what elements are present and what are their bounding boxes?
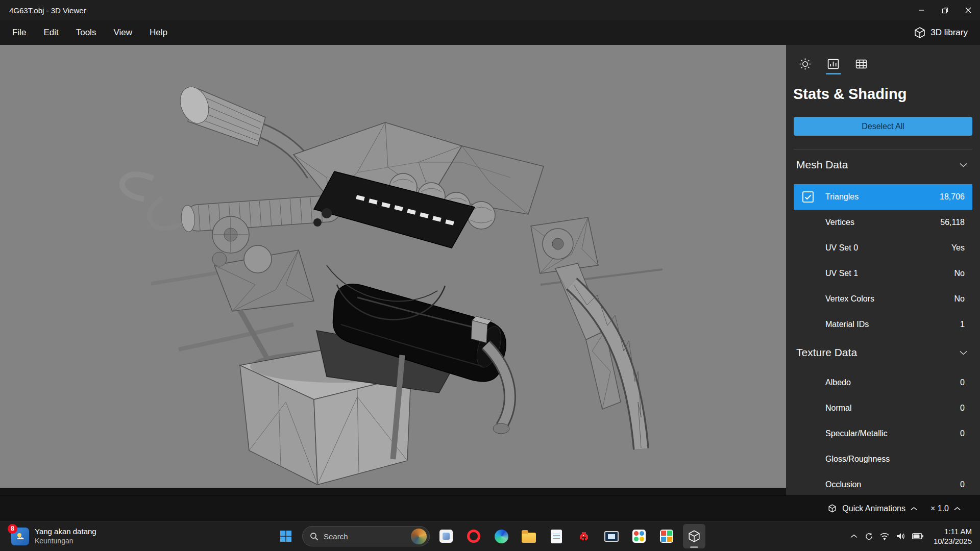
tab-lighting[interactable] — [791, 53, 819, 74]
taskbar-app-media[interactable] — [628, 524, 650, 548]
tab-stats-shading[interactable] — [819, 53, 847, 74]
row-value: No — [954, 269, 965, 278]
taskbar-app-game[interactable] — [573, 524, 595, 548]
taskbar-app-opera[interactable] — [462, 524, 485, 548]
grid-icon — [855, 58, 868, 70]
sync-icon — [865, 532, 873, 541]
title-bar: 4G63T.obj - 3D Viewer — [0, 0, 980, 20]
row-albedo[interactable]: Albedo 0 — [794, 370, 972, 395]
row-specular-metallic[interactable]: Specular/Metallic 0 — [794, 421, 972, 446]
search-icon — [310, 532, 318, 541]
row-triangles[interactable]: Triangles 18,706 — [794, 184, 972, 210]
tab-grid[interactable] — [847, 53, 875, 74]
file-explorer-icon — [522, 533, 536, 543]
row-value: 1 — [960, 320, 965, 329]
row-label: Vertices — [825, 218, 854, 227]
deselect-all-button[interactable]: Deselect All — [794, 117, 972, 136]
taskbar-app-photos[interactable] — [435, 524, 457, 548]
taskbar-app-monitor[interactable] — [600, 524, 623, 548]
window-title: 4G63T.obj - 3D Viewer — [9, 6, 86, 15]
row-value: 0 — [960, 378, 965, 387]
row-vertices[interactable]: Vertices 56,118 — [794, 210, 972, 235]
clock-date: 10/23/2025 — [934, 536, 972, 546]
row-label: Specular/Metallic — [825, 429, 888, 438]
row-occlusion[interactable]: Occlusion 0 — [794, 472, 972, 495]
row-uv-set-0[interactable]: UV Set 0 Yes — [794, 235, 972, 261]
windows-logo-icon — [280, 531, 291, 542]
row-material-ids[interactable]: Material IDs 1 — [794, 312, 972, 337]
mesh-data-header[interactable]: Mesh Data — [786, 152, 980, 178]
menu-help[interactable]: Help — [141, 20, 176, 45]
panel-divider — [794, 149, 972, 149]
notepad-icon — [551, 530, 562, 543]
taskbar-app-blocks[interactable] — [655, 524, 678, 548]
close-button[interactable] — [957, 0, 980, 20]
row-vertex-colors[interactable]: Vertex Colors No — [794, 286, 972, 312]
row-label: Triangles — [825, 192, 859, 202]
restore-button[interactable] — [933, 0, 957, 20]
chevron-down-icon — [960, 163, 967, 167]
taskbar: 8 Yang akan datang Keuntungan Search — [0, 521, 980, 551]
taskbar-app-edge[interactable] — [490, 524, 512, 548]
tray-volume-button[interactable] — [896, 532, 906, 540]
minimize-icon — [918, 7, 924, 13]
quick-animations-control[interactable]: Quick Animations — [827, 504, 917, 513]
search-label: Search — [324, 532, 348, 541]
taskbar-app-file-explorer[interactable] — [518, 524, 540, 548]
row-label: Albedo — [825, 378, 851, 387]
taskbar-app-notepad[interactable] — [545, 524, 568, 548]
active-app-indicator — [690, 546, 698, 548]
minimize-button[interactable] — [910, 0, 933, 20]
taskbar-app-3d-viewer[interactable] — [683, 524, 705, 548]
row-gloss-roughness[interactable]: Gloss/Roughness — [794, 446, 972, 472]
row-normal[interactable]: Normal 0 — [794, 395, 972, 421]
edge-icon — [495, 530, 508, 543]
menu-bar: File Edit Tools View Help 3D library — [0, 20, 980, 45]
row-label: Normal — [825, 404, 852, 413]
stats-icon — [827, 58, 840, 70]
sun-icon — [799, 58, 812, 70]
3d-viewport[interactable] — [0, 45, 786, 488]
row-value: No — [954, 294, 965, 304]
taskbar-clock[interactable]: 1:11 AM 10/23/2025 — [934, 527, 972, 546]
tray-battery-button[interactable] — [912, 533, 923, 539]
panel-title: Stats & Shading — [793, 86, 980, 103]
engine-model[interactable] — [0, 45, 786, 488]
color-blocks-icon — [660, 530, 673, 543]
row-value: 0 — [960, 404, 965, 413]
row-value: 0 — [960, 429, 965, 438]
tray-network-button[interactable] — [879, 532, 890, 540]
menu-edit[interactable]: Edit — [35, 20, 67, 45]
tray-sync-button[interactable] — [865, 532, 873, 541]
chevron-up-icon — [911, 507, 917, 511]
playback-speed-control[interactable]: × 1.0 — [930, 504, 961, 513]
search-highlight-thumbnail[interactable] — [411, 529, 427, 544]
start-button[interactable] — [275, 524, 297, 548]
content-area: Stats & Shading Deselect All Mesh Data T… — [0, 45, 980, 495]
menu-tools[interactable]: Tools — [67, 20, 105, 45]
active-tab-underline — [826, 73, 841, 74]
tray-chevron-button[interactable] — [850, 534, 857, 538]
row-value: 18,706 — [940, 192, 965, 202]
speed-label: × 1.0 — [930, 504, 949, 513]
mesh-data-rows: Triangles 18,706 Vertices 56,118 UV Set … — [786, 184, 980, 337]
notification-badge: 8 — [8, 524, 17, 534]
menu-file[interactable]: File — [0, 20, 35, 45]
search-box[interactable]: Search — [302, 526, 430, 546]
row-uv-set-1[interactable]: UV Set 1 No — [794, 261, 972, 286]
widgets-button[interactable]: 8 Yang akan datang Keuntungan — [7, 521, 101, 551]
row-label: Vertex Colors — [825, 294, 874, 304]
texture-data-rows: Albedo 0 Normal 0 Specular/Metallic 0 Gl… — [786, 370, 980, 495]
triangles-checkbox[interactable] — [802, 191, 814, 203]
row-label: Occlusion — [825, 480, 861, 489]
texture-data-header[interactable]: Texture Data — [786, 339, 980, 366]
check-icon — [804, 194, 812, 200]
media-icon — [632, 530, 646, 543]
cube-icon — [914, 27, 926, 39]
row-label: UV Set 1 — [825, 269, 858, 278]
photos-icon — [439, 530, 453, 543]
chevron-down-icon — [960, 350, 967, 355]
3d-library-button[interactable]: 3D library — [901, 20, 980, 45]
menu-view[interactable]: View — [105, 20, 141, 45]
mesh-data-label: Mesh Data — [796, 159, 848, 171]
